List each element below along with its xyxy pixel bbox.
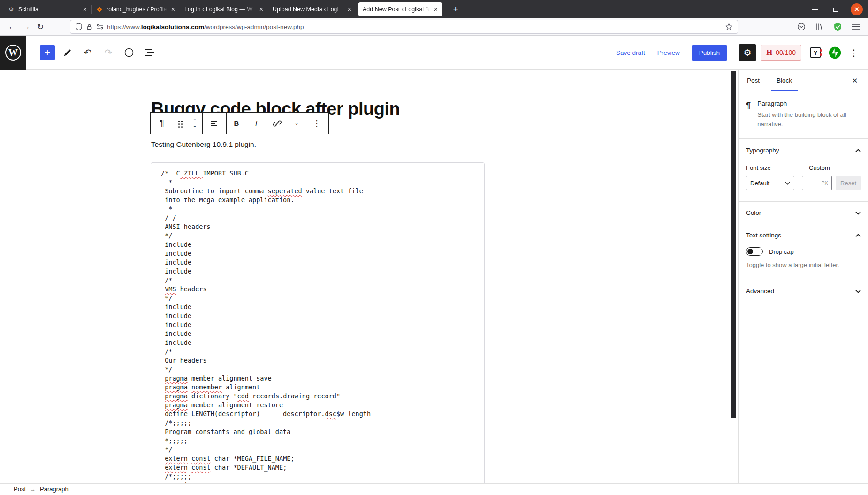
- code-line: /*: [161, 276, 476, 285]
- settings-gear-button[interactable]: ⚙: [739, 44, 756, 61]
- tab-close-button[interactable]: ×: [259, 6, 263, 13]
- minimize-button[interactable]: [809, 4, 821, 15]
- chevron-down-icon: [785, 182, 790, 185]
- code-line: include: [161, 320, 476, 329]
- back-button[interactable]: ←: [5, 20, 19, 34]
- undo-button[interactable]: ↶: [79, 44, 96, 61]
- protection-shield-icon[interactable]: [833, 23, 842, 31]
- link-icon: [273, 119, 282, 128]
- block-mover[interactable]: ⌃ ⌄: [187, 113, 202, 134]
- tab-close-button[interactable]: ×: [83, 6, 87, 13]
- link-button[interactable]: [266, 113, 289, 134]
- save-draft-button[interactable]: Save draft: [616, 49, 645, 56]
- editor-footer: Post → Paragraph: [0, 483, 868, 495]
- color-panel-header[interactable]: Color: [739, 201, 868, 224]
- tab-close-button[interactable]: ×: [348, 6, 351, 13]
- block-type-button[interactable]: ¶: [151, 113, 173, 134]
- breadcrumb-post[interactable]: Post: [14, 486, 26, 493]
- gear-icon: ⚙: [743, 47, 751, 58]
- list-view-button[interactable]: [141, 44, 158, 61]
- drop-cap-toggle[interactable]: [746, 247, 763, 256]
- edit-mode-button[interactable]: [59, 44, 76, 61]
- typography-panel-body: Font size Custom Default PX Reset: [739, 164, 868, 201]
- code-line: /* C_ZILL_IMPORT_SUB.C: [161, 169, 476, 178]
- tab-title: Scintilla: [18, 6, 80, 13]
- publish-button[interactable]: Publish: [692, 45, 727, 61]
- drag-handle-icon: [178, 121, 180, 122]
- block-options-button[interactable]: ⋮: [305, 113, 328, 134]
- forward-button[interactable]: →: [19, 20, 33, 34]
- close-sidebar-button[interactable]: ✕: [848, 74, 862, 88]
- code-line: include: [161, 312, 476, 320]
- reload-button[interactable]: ↻: [33, 20, 47, 34]
- redo-button[interactable]: ↷: [100, 44, 117, 61]
- maximize-button[interactable]: [830, 4, 841, 15]
- tab-post[interactable]: Post: [739, 70, 768, 91]
- code-block[interactable]: /* C_ZILL_IMPORT_SUB.C * Subroutine to i…: [151, 162, 485, 483]
- browser-tab[interactable]: Add New Post ‹ Logikal Bl×: [358, 2, 442, 16]
- breadcrumb-paragraph[interactable]: Paragraph: [40, 486, 69, 493]
- block-inserter-button[interactable]: +: [40, 45, 55, 60]
- block-card-description: Start with the building block of all nar…: [757, 110, 851, 129]
- browser-tab[interactable]: roland_hughes / Profile×: [91, 0, 180, 18]
- advanced-panel-header[interactable]: Advanced: [739, 280, 868, 302]
- tab-strip: ⚙Scintilla×roland_hughes / Profile×Log I…: [0, 0, 444, 18]
- px-unit-label: PX: [822, 181, 828, 186]
- tab-close-button[interactable]: ×: [171, 6, 175, 13]
- yoast-seo-button[interactable]: Y: [810, 47, 821, 58]
- code-line: / /: [161, 213, 476, 222]
- editor-canvas: Buggy code block after plugin ¶ ⌃ ⌄ B I: [0, 70, 738, 483]
- text-settings-body: Drop cap Toggle to show a large initial …: [739, 247, 868, 280]
- code-line: pragma nomember_alignment: [161, 383, 476, 392]
- new-tab-button[interactable]: +: [449, 3, 462, 16]
- align-button[interactable]: [203, 113, 226, 134]
- italic-button[interactable]: I: [246, 113, 266, 134]
- move-down-icon: ⌄: [192, 123, 197, 128]
- browser-tab[interactable]: Upload New Media ‹ Logi×: [268, 0, 356, 18]
- custom-size-input[interactable]: PX: [802, 176, 832, 190]
- library-icon[interactable]: [815, 23, 823, 31]
- editor-scrollbar[interactable]: [731, 71, 736, 418]
- code-line: into the Mega example application.: [161, 196, 476, 205]
- permissions-icon[interactable]: [96, 23, 104, 30]
- typography-panel-header[interactable]: Typography: [739, 139, 868, 161]
- drop-cap-label: Drop cap: [769, 248, 794, 255]
- tab-close-button[interactable]: ×: [434, 6, 438, 13]
- browser-tab[interactable]: Log In ‹ Logikal Blog — W×: [180, 0, 268, 18]
- code-line: /*;;;;;: [161, 419, 476, 427]
- window-close-button[interactable]: ✕: [851, 3, 863, 15]
- code-line: include: [161, 249, 476, 258]
- chevron-down-icon: [855, 211, 861, 215]
- tracking-shield-icon[interactable]: [75, 23, 83, 30]
- url-text[interactable]: https://www.logikalsolutions.com/wordpre…: [107, 23, 722, 30]
- bold-button[interactable]: B: [227, 113, 246, 134]
- code-line: define LENGTH(descriptor) descriptor.dsc…: [161, 410, 476, 419]
- window-close-icon: ✕: [854, 5, 860, 14]
- headline-score-badge[interactable]: H 00/100: [761, 45, 801, 61]
- menu-icon[interactable]: [852, 23, 860, 30]
- browser-tab-bar: ⚙Scintilla×roland_hughes / Profile×Log I…: [0, 0, 868, 18]
- tab-block[interactable]: Block: [768, 70, 800, 91]
- wordpress-logo-button[interactable]: W: [0, 36, 26, 70]
- text-settings-panel-header[interactable]: Text settings: [739, 224, 868, 246]
- drag-handle[interactable]: [173, 113, 187, 134]
- font-size-select[interactable]: Default: [746, 176, 794, 190]
- paragraph-icon: ¶: [746, 100, 751, 129]
- more-options-button[interactable]: ⋮: [847, 47, 861, 58]
- lock-icon[interactable]: [86, 23, 93, 30]
- code-line: *;;;;;: [161, 436, 476, 445]
- jetpack-button[interactable]: [829, 46, 841, 59]
- maximize-icon: [833, 8, 838, 12]
- reset-button[interactable]: Reset: [836, 176, 861, 190]
- format-dropdown-button[interactable]: ⌄: [289, 113, 305, 134]
- toggle-knob-icon: [747, 249, 753, 254]
- bookmark-star-icon[interactable]: [725, 23, 733, 30]
- intro-paragraph[interactable]: Testing Gutenberg 10.9.1 plugin.: [151, 140, 256, 149]
- code-line: Subroutine to import comma seperated val…: [161, 187, 476, 196]
- code-line: include: [161, 329, 476, 338]
- pocket-icon[interactable]: [797, 23, 806, 31]
- browser-tab[interactable]: ⚙Scintilla×: [3, 0, 91, 18]
- preview-button[interactable]: Preview: [657, 49, 680, 56]
- url-bar[interactable]: https://www.logikalsolutions.com/wordpre…: [70, 20, 738, 34]
- info-button[interactable]: [121, 44, 137, 61]
